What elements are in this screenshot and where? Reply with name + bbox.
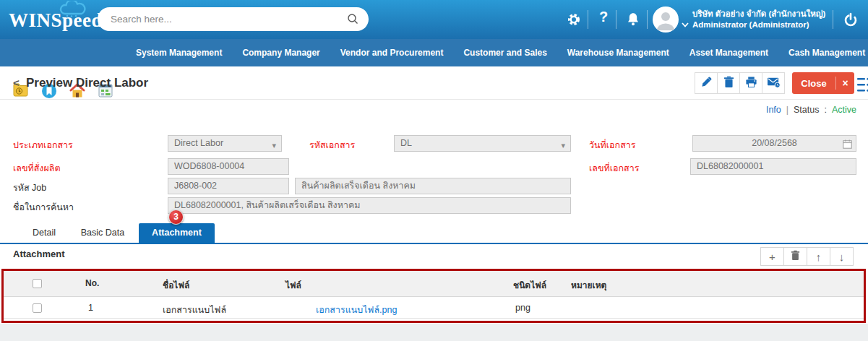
menu-item-warehouse-management[interactable]: Warehouse Management (567, 48, 669, 58)
menu-item-company-manager[interactable]: Company Manager (242, 48, 319, 58)
doc-date-value: 20/08/2568 (752, 138, 797, 148)
list-menu-icon[interactable] (857, 77, 868, 96)
search-input[interactable] (111, 8, 342, 30)
cell-file-type: png (515, 303, 530, 313)
menu-item-customer-sales[interactable]: Customer and Sales (463, 48, 546, 58)
caret-down-icon: ▾ (561, 138, 565, 152)
status-label: Status (794, 105, 819, 115)
company-user-block[interactable]: บริษัท ตัวอย่าง จำกัด (สำนักงานใหญ่) Adm… (692, 9, 837, 30)
delete-button[interactable] (717, 72, 740, 94)
menu-item-system-management[interactable]: System Management (136, 48, 222, 58)
mail-icon (767, 76, 781, 91)
doc-type-label: ประเภทเอกสาร (13, 138, 73, 152)
header-action-buttons (695, 72, 785, 94)
doc-no-field[interactable]: DL68082000001 (690, 158, 856, 175)
main-menu: System Management Company Manager Vendor… (136, 39, 868, 66)
app-window: WINSpeed ? บริษัท ตัวอย่าง จำกัด (สำนักง… (0, 0, 868, 341)
cell-file-name: เอกสารแนบไฟล์ (163, 303, 226, 317)
status-bar: Info | Status : Active (766, 105, 856, 115)
cell-no: 1 (88, 303, 93, 313)
doc-code-select[interactable]: DL ▾ (394, 135, 571, 152)
status-colon: : (824, 105, 826, 115)
edit-button[interactable] (695, 72, 718, 94)
send-email-button[interactable] (762, 72, 785, 94)
logout-power-icon[interactable] (843, 12, 859, 30)
user-avatar[interactable] (653, 7, 679, 33)
page-title: Preview Direct Labor (26, 76, 148, 90)
page-bottom-background (0, 324, 868, 341)
chevron-down-icon[interactable] (682, 17, 689, 30)
divider (833, 10, 833, 29)
trash-icon (791, 250, 800, 263)
search-box (98, 7, 369, 31)
search-icon[interactable] (347, 13, 358, 27)
arrow-down-icon: ↓ (839, 251, 845, 263)
job-code-value: J6808-002 (174, 181, 217, 191)
divider (647, 10, 648, 29)
doc-no-value: DL68082000001 (697, 161, 763, 171)
close-x-icon[interactable]: × (836, 77, 854, 89)
back-button[interactable]: < (13, 77, 20, 89)
row-checkbox[interactable] (33, 303, 42, 313)
info-link[interactable]: Info (766, 105, 781, 115)
divider (616, 10, 616, 29)
attachment-table-header (3, 270, 865, 297)
divider (0, 99, 868, 100)
menu-item-vendor-procurement[interactable]: Vendor and Procurement (340, 48, 444, 58)
tab-basic-data[interactable]: Basic Data (77, 223, 129, 243)
doc-type-value: Direct Labor (174, 138, 223, 148)
calendar-small-icon (843, 139, 852, 152)
doc-code-value: DL (400, 138, 412, 148)
company-name: บริษัท ตัวอย่าง จำกัด (สำนักงานใหญ่) (692, 9, 837, 20)
print-button[interactable] (739, 72, 762, 94)
annotation-badge-3: 3 (168, 210, 184, 225)
topbar: WINSpeed ? บริษัท ตัวอย่าง จำกัด (สำนักง… (0, 0, 868, 39)
settings-gear-icon[interactable] (566, 12, 582, 30)
close-button[interactable]: Close × (792, 72, 854, 94)
col-header-note: หมายเหตุ (571, 278, 606, 292)
add-row-button[interactable]: + (760, 247, 784, 266)
job-desc-field[interactable]: สินค้าผลิตเสร็จเดือน สิงหาคม (295, 178, 571, 194)
pencil-icon (700, 76, 713, 91)
doc-date-field[interactable]: 20/08/2568 (692, 135, 856, 152)
col-header-no: No. (85, 278, 99, 288)
help-icon[interactable]: ? (599, 9, 608, 25)
user-name: Administrator (Administrator) (692, 20, 837, 30)
trash-icon (723, 76, 734, 91)
move-up-button[interactable]: ↑ (807, 247, 830, 266)
select-all-checkbox[interactable] (33, 279, 42, 288)
tab-attachment[interactable]: Attachment (139, 223, 215, 243)
app-logo: WINSpeed (9, 9, 103, 32)
notifications-bell-icon[interactable] (626, 12, 640, 30)
cloud-icon (58, 1, 88, 21)
table-row (3, 297, 865, 319)
menu-item-asset-management[interactable]: Asset Management (689, 48, 768, 58)
col-header-file-name: ชื่อไฟล์ (163, 278, 189, 292)
job-code-field[interactable]: J6808-002 (168, 178, 289, 194)
prod-order-field[interactable]: WOD6808-00004 (168, 158, 289, 175)
search-name-value: DL68082000001, สินค้าผลิตเสร็จเดือน สิงห… (174, 200, 361, 210)
menubar: System Management Company Manager Vendor… (0, 39, 868, 66)
attachment-toolbar: + ↑ ↓ (761, 247, 854, 266)
status-badge: Active (832, 105, 856, 115)
tab-underline (0, 243, 868, 244)
delete-row-button[interactable] (783, 247, 807, 266)
move-down-button[interactable]: ↓ (830, 247, 854, 266)
plus-icon: + (769, 251, 775, 263)
prod-order-label: เลขที่สั่งผลิต (13, 161, 61, 176)
cell-file-link[interactable]: เอกสารแนบไฟล์.png (316, 303, 397, 317)
printer-icon (745, 76, 757, 91)
col-header-file-type: ชนิดไฟล์ (513, 278, 546, 292)
doc-code-label: รหัสเอกสาร (309, 138, 355, 152)
attachment-section-title: Attachment (13, 249, 65, 259)
doc-type-select[interactable]: Direct Labor ▾ (168, 135, 282, 152)
doc-no-label: เลขที่เอกสาร (589, 161, 639, 176)
job-desc-value: สินค้าผลิตเสร็จเดือน สิงหาคม (301, 181, 416, 191)
tab-detail[interactable]: Detail (22, 223, 66, 243)
pipe-separator: | (786, 105, 788, 115)
close-button-label: Close (792, 78, 835, 89)
col-header-file: ไฟล์ (285, 278, 301, 292)
prod-order-value: WOD6808-00004 (174, 161, 244, 171)
menu-item-cash-management[interactable]: Cash Management (788, 48, 865, 58)
search-name-field[interactable]: DL68082000001, สินค้าผลิตเสร็จเดือน สิงห… (168, 197, 571, 214)
